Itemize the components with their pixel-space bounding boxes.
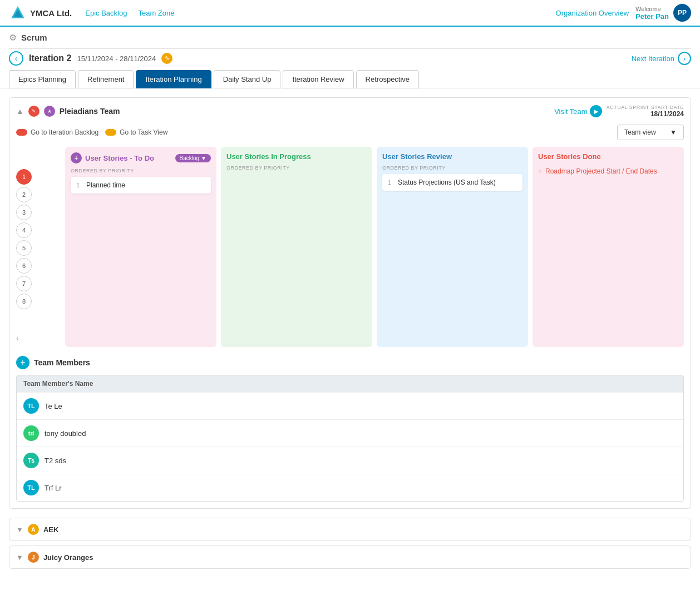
priority-item-7[interactable]: 7: [16, 276, 32, 291]
col-done-add-label: Roadmap Projected Start / End Dates: [545, 167, 657, 175]
nav-epic-backlog[interactable]: Epic Backlog: [85, 9, 127, 17]
priority-item-8[interactable]: 8: [16, 294, 32, 309]
collapse-priority-button[interactable]: ‹: [16, 334, 61, 347]
prev-iteration-button[interactable]: ‹: [9, 51, 23, 66]
aek-icon: A: [28, 524, 39, 535]
add-member-button[interactable]: +: [16, 356, 29, 369]
top-nav: Epic Backlog Team Zone: [85, 9, 174, 17]
col-todo-backlog-button[interactable]: Backlog ▼: [175, 154, 211, 162]
team-view-label: Team view: [624, 128, 656, 136]
welcome-label: Welcome: [635, 6, 669, 12]
iteration-bar: ‹ Iteration 2 15/11/2024 - 28/11/2024 ✎ …: [0, 49, 700, 70]
team-name: Pleiadians Team: [60, 107, 120, 116]
breadcrumb: ⚙ Scrum: [0, 27, 700, 48]
dropdown-chevron-icon: ▼: [670, 128, 677, 136]
col-todo-title: User Stories - To Do: [85, 154, 154, 162]
tab-daily-standup[interactable]: Daily Stand Up: [214, 70, 281, 88]
team-header: ▲ ✎ ★ Pleiadians Team Visit Team ▶ ACTUA…: [16, 105, 684, 118]
tab-retrospective[interactable]: Retrospective: [356, 70, 419, 88]
team-section: ▲ ✎ ★ Pleiadians Team Visit Team ▶ ACTUA…: [9, 97, 691, 509]
tab-iteration-planning[interactable]: Iteration Planning: [136, 70, 211, 88]
col-done-add-item-button[interactable]: + Roadmap Projected Start / End Dates: [538, 165, 678, 177]
member-row-3: Ts T2 sds: [17, 447, 683, 474]
collapsed-team-aek: ▼ A AEK: [9, 518, 691, 541]
task-view-label: Go to Task View: [120, 128, 167, 136]
next-iteration-link[interactable]: Next Iteration ›: [632, 52, 691, 65]
edit-iteration-button[interactable]: ✎: [161, 53, 172, 64]
tab-epics-planning[interactable]: Epics Planning: [9, 70, 76, 88]
iteration-backlog-label: Go to Iteration Backlog: [31, 128, 98, 136]
member-name-1: Te Le: [45, 402, 62, 410]
card-num: 1: [76, 182, 83, 189]
member-row-1: TL Te Le: [17, 392, 683, 419]
member-row-2: td tony doubled: [17, 419, 683, 447]
priority-item-1[interactable]: 1: [16, 169, 32, 185]
col-done-title: User Stories Done: [538, 152, 601, 161]
btn-dot-red: [16, 129, 27, 136]
next-iteration-label: Next Iteration: [632, 54, 674, 63]
juicy-icon: J: [28, 552, 39, 563]
kanban-board: 1 2 3 4 5 6 7 8 ‹ + User Stories - To Do…: [16, 147, 684, 347]
scrum-icon: ⚙: [9, 32, 17, 43]
iteration-backlog-button[interactable]: Go to Iteration Backlog: [16, 128, 98, 136]
user-info: Welcome Peter Pan PP: [635, 4, 691, 22]
team-members-section: + Team Members Team Member's Name TL Te …: [16, 356, 684, 502]
header-right: Organization Overview Welcome Peter Pan …: [556, 4, 691, 22]
priority-item-2[interactable]: 2: [16, 187, 32, 202]
visit-team-link[interactable]: Visit Team ▶: [554, 105, 602, 117]
member-avatar-3: Ts: [23, 453, 39, 468]
col-review-title: User Stories Review: [382, 152, 452, 161]
card-text: Planned time: [86, 181, 125, 189]
juicy-team-name: Juicy Oranges: [43, 553, 93, 562]
main-content: ▲ ✎ ★ Pleiadians Team Visit Team ▶ ACTUA…: [0, 88, 700, 582]
member-avatar-1: TL: [23, 398, 39, 414]
col-review-ordered-label: ORDERED BY PRIORITY: [382, 165, 522, 171]
priority-item-4[interactable]: 4: [16, 222, 32, 238]
sprint-date-block: ACTUAL SPRINT START DATE 18/11/2024: [607, 105, 684, 118]
expand-juicy-button[interactable]: ▼: [16, 553, 23, 562]
tab-refinement[interactable]: Refinement: [78, 70, 134, 88]
card-num-review: 1: [388, 179, 395, 186]
col-todo: + User Stories - To Do Backlog ▼ ORDERED…: [65, 147, 216, 347]
col-done: User Stories Done + Roadmap Projected St…: [533, 147, 684, 347]
welcome-block: Welcome Peter Pan: [635, 6, 669, 21]
team-header-right: Visit Team ▶ ACTUAL SPRINT START DATE 18…: [554, 105, 684, 118]
sprint-date-value: 18/11/2024: [607, 110, 684, 118]
avatar[interactable]: PP: [673, 4, 691, 22]
expand-aek-button[interactable]: ▼: [16, 525, 23, 534]
member-name-3: T2 sds: [45, 457, 66, 465]
col-todo-add-button[interactable]: +: [71, 152, 82, 163]
priority-item-5[interactable]: 5: [16, 240, 32, 256]
priority-item-3[interactable]: 3: [16, 205, 32, 220]
kanban-card-review-1[interactable]: 1 Status Projections (US and Task): [382, 174, 522, 191]
collapse-team-button[interactable]: ▲: [16, 107, 24, 116]
team-icon-purple: ★: [44, 106, 55, 117]
plus-icon: +: [538, 167, 542, 175]
priority-item-6[interactable]: 6: [16, 258, 32, 274]
logo-text: YMCA Ltd.: [30, 8, 72, 18]
org-overview-link[interactable]: Organization Overview: [556, 9, 629, 17]
sprint-date-label: ACTUAL SPRINT START DATE: [607, 105, 684, 110]
tab-iteration-review[interactable]: Iteration Review: [283, 70, 353, 88]
card-text-review: Status Projections (US and Task): [398, 179, 496, 186]
backlog-chevron-icon: ▼: [201, 155, 206, 161]
aek-team-name: AEK: [43, 525, 58, 534]
member-avatar-4: TL: [23, 480, 39, 495]
logo-icon: [9, 4, 27, 22]
user-name: Peter Pan: [635, 12, 669, 21]
priority-column: 1 2 3 4 5 6 7 8 ‹: [16, 147, 61, 347]
task-view-button[interactable]: Go to Task View: [105, 128, 167, 136]
kanban-card-1[interactable]: 1 Planned time: [71, 177, 211, 194]
next-iteration-button[interactable]: ›: [678, 52, 691, 65]
team-view-dropdown[interactable]: Team view ▼: [617, 125, 684, 140]
iteration-dates: 15/11/2024 - 28/11/2024: [77, 54, 156, 63]
col-inprogress-ordered-label: ORDERED BY PRIORITY: [226, 165, 367, 171]
logo-area: YMCA Ltd.: [9, 4, 72, 22]
breadcrumb-text: Scrum: [21, 33, 47, 42]
members-table: Team Member's Name TL Te Le td tony doub…: [16, 375, 684, 502]
member-row-4: TL Trf Lr: [17, 474, 683, 501]
btn-dot-orange: [105, 129, 116, 136]
nav-team-zone[interactable]: Team Zone: [138, 9, 174, 17]
col-done-header: User Stories Done: [538, 152, 678, 161]
col-todo-header: + User Stories - To Do Backlog ▼: [71, 152, 211, 163]
